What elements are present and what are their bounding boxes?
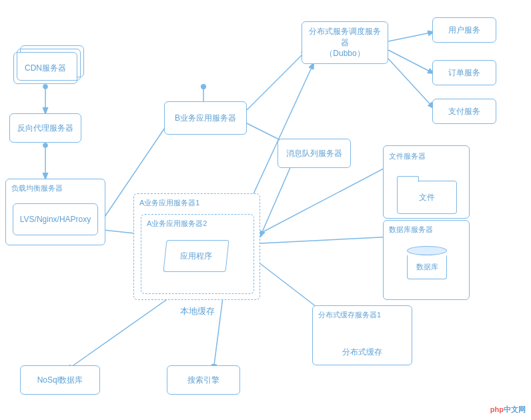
reverse-proxy-node: 反向代理服务器 (9, 113, 81, 143)
lvs-label: LVS/Nginx/HAProxy (20, 214, 91, 225)
a-app1-label: A业务应用服务器1 (139, 198, 199, 208)
diagram-container: CDN服务器 反向代理服务器 负载均衡服务器 LVS/Nginx/HAProxy… (0, 0, 531, 420)
db-cylinder: 数据库 (407, 246, 447, 279)
dubbo-label: 分布式服务调度服务器 （Dubbo） (306, 26, 384, 59)
cn-text: 中文网 (504, 405, 526, 413)
svg-line-8 (388, 32, 434, 41)
order-service-label: 订单服务 (448, 67, 480, 79)
mq-node: 消息队列服务器 (278, 139, 351, 168)
php-text: php (490, 405, 504, 413)
dist-cache-container: 分布式缓存服务器1 分布式缓存 (312, 305, 412, 365)
order-service-node: 订单服务 (432, 60, 496, 85)
dist-cache-server-label: 分布式缓存服务器1 (318, 310, 381, 320)
app-program-label: 应用程序 (180, 251, 212, 262)
svg-line-9 (388, 50, 434, 73)
pay-service-node: 支付服务 (432, 99, 496, 124)
local-cache-label: 本地缓存 (180, 305, 215, 317)
a-app2-label: A业务应用服务器2 (147, 219, 207, 229)
file-node: 文件 (397, 181, 457, 214)
search-node: 搜索引擎 (167, 365, 240, 395)
search-label: 搜索引擎 (187, 375, 219, 386)
b-app-label: B业务应用服务器 (175, 113, 236, 124)
app-program-node: 应用程序 (163, 240, 229, 272)
file-label: 文件 (419, 192, 435, 203)
cylinder-top (407, 246, 447, 255)
file-server-container: 文件服务器 文件 (383, 145, 470, 219)
db-server-label: 数据库服务器 (389, 225, 433, 235)
watermark: php中文网 (490, 405, 526, 415)
lvs-node: LVS/Nginx/HAProxy (13, 203, 98, 235)
dist-cache-inner-label: 分布式缓存 (313, 347, 412, 358)
db-server-container: 数据库服务器 数据库 (383, 220, 470, 300)
svg-line-5 (247, 50, 307, 110)
user-service-label: 用户服务 (448, 25, 480, 36)
load-balancer-label: 负载均衡服务器 (11, 183, 63, 193)
svg-line-12 (260, 237, 394, 243)
pay-service-label: 支付服务 (448, 106, 480, 117)
svg-point-16 (201, 84, 206, 89)
svg-line-10 (388, 59, 434, 108)
nosql-node: NoSql数据库 (20, 365, 100, 395)
a-app1-container: A业务应用服务器1 A业务应用服务器2 应用程序 (133, 193, 260, 300)
db-label: 数据库 (416, 262, 438, 272)
mq-label: 消息队列服务器 (286, 148, 342, 159)
reverse-proxy-label: 反向代理服务器 (17, 123, 73, 134)
nosql-label: NoSql数据库 (37, 375, 83, 386)
load-balancer-container: 负载均衡服务器 LVS/Nginx/HAProxy (5, 179, 105, 245)
user-service-node: 用户服务 (432, 17, 496, 43)
svg-line-11 (260, 163, 394, 233)
svg-line-19 (260, 160, 294, 237)
b-app-node: B业务应用服务器 (164, 101, 247, 135)
a-app2-container: A业务应用服务器2 应用程序 (141, 214, 254, 294)
file-server-label: 文件服务器 (389, 151, 426, 161)
db-body: 数据库 (407, 255, 447, 279)
dubbo-node: 分布式服务调度服务器 （Dubbo） (302, 21, 388, 64)
